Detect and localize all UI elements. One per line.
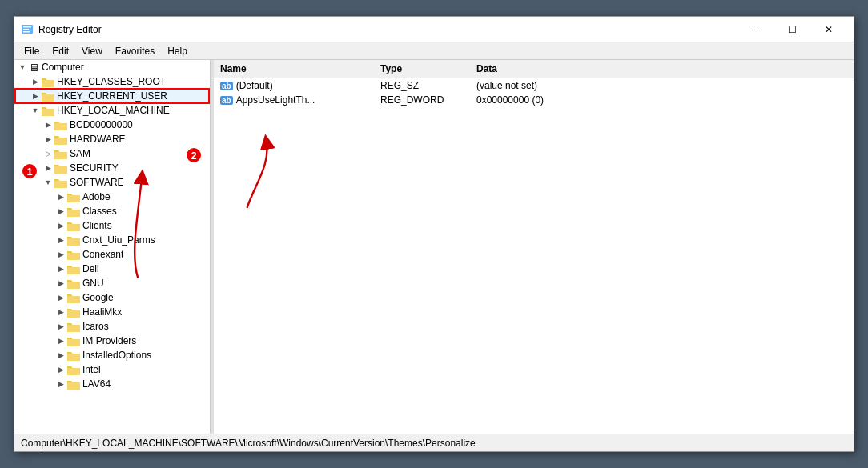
tree-item-security[interactable]: ▶ SECURITY [14, 161, 210, 175]
menu-edit[interactable]: Edit [46, 44, 75, 58]
tree-item-icaros[interactable]: ▶ Icaros [14, 319, 210, 334]
expand-hklm[interactable]: ▼ [29, 104, 42, 117]
folder-icon-hklm [42, 105, 54, 116]
status-path: Computer\HKEY_LOCAL_MACHINE\SOFTWARE\Mic… [21, 438, 476, 449]
tree-item-classes[interactable]: ▶ Classes [14, 204, 210, 218]
expand-lav64[interactable]: ▶ [54, 378, 67, 390]
tree-item-google[interactable]: ▶ Google [14, 290, 210, 305]
expand-installed-options[interactable]: ▶ [54, 349, 67, 362]
col-data: Data [470, 62, 854, 76]
expand-hardware[interactable]: ▶ [42, 133, 54, 146]
tree-item-bcd[interactable]: ▶ BCD00000000 [14, 118, 210, 132]
expand-im-providers[interactable]: ▶ [54, 334, 67, 347]
tree-label-hkcu: HKEY_CURRENT_USER [57, 90, 167, 102]
menu-help[interactable]: Help [161, 44, 194, 58]
expand-dell[interactable]: ▶ [54, 262, 67, 275]
folder-icon-hkcr [42, 76, 54, 87]
expand-hkcr[interactable]: ▶ [29, 75, 42, 88]
detail-header: Name Type Data [214, 60, 854, 78]
tree-item-lav64[interactable]: ▶ LAV64 [14, 377, 210, 391]
computer-icon: 🖥 [29, 62, 39, 74]
reg-dword-icon: ab [220, 96, 233, 105]
folder-icon-haali [67, 306, 80, 318]
expand-google[interactable]: ▶ [54, 291, 67, 304]
title-bar: Registry Editor — ☐ ✕ [14, 17, 854, 42]
menu-favorites[interactable]: Favorites [109, 44, 161, 58]
folder-icon-conexant [67, 249, 80, 260]
row-name-default: (Default) [236, 80, 273, 91]
cell-data-default: (value not set) [470, 79, 854, 92]
tree-item-gnu[interactable]: ▶ GNU [14, 276, 210, 290]
expand-gnu[interactable]: ▶ [54, 277, 67, 290]
detail-row-default[interactable]: ab (Default) REG_SZ (value not set) [214, 78, 854, 93]
minimize-button[interactable]: — [737, 17, 774, 42]
expand-hkcu[interactable]: ▶ [29, 90, 42, 102]
tree-label-dell: Dell [82, 263, 99, 274]
expand-haali[interactable]: ▶ [54, 306, 67, 318]
tree-item-hklm[interactable]: ▼ HKEY_LOCAL_MACHINE [14, 103, 210, 118]
tree-item-adobe[interactable]: ▶ Adobe [14, 190, 210, 204]
expand-bcd[interactable]: ▶ [42, 118, 54, 131]
close-button[interactable]: ✕ [810, 17, 847, 42]
expand-computer[interactable]: ▼ [16, 61, 29, 74]
tree-item-software[interactable]: ▼ SOFTWARE [14, 175, 210, 190]
tree-item-cnxt[interactable]: ▶ Cnxt_Uiu_Parms [14, 233, 210, 247]
tree-label-haali: HaaliMkx [82, 306, 122, 318]
cell-type-appsuse: REG_DWORD [374, 94, 470, 106]
tree-item-intel[interactable]: ▶ Intel [14, 362, 210, 377]
expand-sam[interactable]: ▷ [42, 147, 54, 160]
expand-security[interactable]: ▶ [42, 162, 54, 174]
expand-adobe[interactable]: ▶ [54, 190, 67, 203]
tree-label-classes: Classes [82, 206, 117, 217]
expand-software[interactable]: ▼ [42, 176, 54, 189]
folder-icon-gnu [67, 278, 80, 289]
detail-row-appsuse[interactable]: ab AppsUseLightTh... REG_DWORD 0x0000000… [214, 93, 854, 107]
tree-label-installed-options: InstalledOptions [82, 350, 151, 361]
folder-icon-lav64 [67, 378, 80, 390]
tree-label-computer: Computer [42, 62, 84, 73]
tree-item-hkcr[interactable]: ▶ HKEY_CLASSES_ROOT [14, 74, 210, 89]
reg-sz-icon: ab [220, 82, 233, 90]
tree-item-dell[interactable]: ▶ Dell [14, 262, 210, 276]
col-name: Name [214, 62, 374, 76]
tree-item-hkcu[interactable]: ▶ HKEY_CURRENT_USER [14, 89, 210, 103]
tree-pane[interactable]: ▼ 🖥 Computer ▶ HKEY_CLASSES_ROOT ▶ [14, 60, 211, 434]
tree-label-im-providers: IM Providers [82, 335, 136, 346]
tree-item-hardware[interactable]: ▶ HARDWARE [14, 132, 210, 146]
tree-item-im-providers[interactable]: ▶ IM Providers [14, 334, 210, 348]
menu-view[interactable]: View [75, 44, 109, 58]
expand-classes[interactable]: ▶ [54, 205, 67, 218]
main-content: ▼ 🖥 Computer ▶ HKEY_CLASSES_ROOT ▶ [14, 60, 854, 434]
folder-icon-dell [67, 263, 80, 274]
app-icon [21, 23, 34, 36]
tree-label-google: Google [82, 292, 114, 303]
svg-rect-2 [23, 29, 29, 30]
detail-pane: Name Type Data ab (Default) REG_SZ (valu… [214, 60, 854, 434]
status-bar: Computer\HKEY_LOCAL_MACHINE\SOFTWARE\Mic… [14, 434, 854, 451]
tree-item-installed-options[interactable]: ▶ InstalledOptions [14, 348, 210, 362]
tree-item-clients[interactable]: ▶ Clients [14, 218, 210, 233]
tree-item-haali[interactable]: ▶ HaaliMkx [14, 305, 210, 319]
tree-item-conexant[interactable]: ▶ Conexant [14, 247, 210, 262]
tree-label-gnu: GNU [82, 278, 104, 289]
tree-label-conexant: Conexant [82, 249, 123, 260]
expand-icaros[interactable]: ▶ [54, 320, 67, 333]
folder-icon-hkcu [42, 90, 54, 102]
tree-item-sam[interactable]: ▷ SAM [14, 146, 210, 161]
cell-name-appsuse: ab AppsUseLightTh... [214, 94, 374, 106]
tree-label-adobe: Adobe [82, 191, 111, 202]
folder-icon-clients [67, 220, 80, 231]
cell-name-default: ab (Default) [214, 79, 374, 92]
folder-icon-adobe [67, 191, 80, 202]
tree-item-computer[interactable]: ▼ 🖥 Computer [14, 60, 210, 74]
expand-intel[interactable]: ▶ [54, 363, 67, 376]
tree-label-security: SECURITY [70, 162, 119, 174]
expand-conexant[interactable]: ▶ [54, 248, 67, 261]
menu-file[interactable]: File [18, 44, 46, 58]
tree-label-clients: Clients [82, 220, 112, 231]
expand-clients[interactable]: ▶ [54, 219, 67, 232]
expand-cnxt[interactable]: ▶ [54, 234, 67, 246]
svg-rect-3 [23, 31, 30, 33]
row-name-appsuse: AppsUseLightTh... [236, 94, 315, 106]
maximize-button[interactable]: ☐ [774, 17, 810, 42]
